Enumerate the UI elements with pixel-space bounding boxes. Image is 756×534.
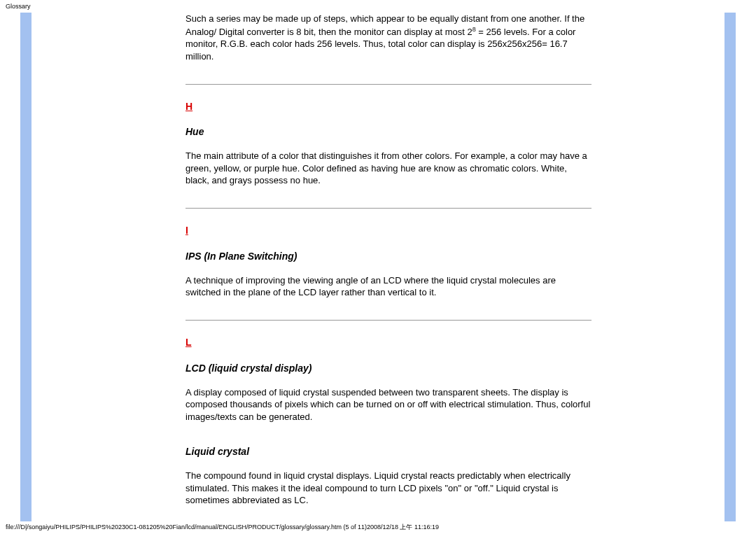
term-ips: IPS (In Plane Switching) <box>186 250 592 263</box>
page-label: Glossary <box>6 3 31 10</box>
footer-path: file:///D|/songaiyu/PHILIPS/PHILIPS%2023… <box>6 523 439 532</box>
divider <box>186 208 592 209</box>
letter-link-i[interactable]: I <box>186 224 188 237</box>
def-liquid-crystal: The compound found in liquid crystal dis… <box>186 470 592 507</box>
term-hue: Hue <box>186 125 592 139</box>
intro-paragraph: Such a series may be made up of steps, w… <box>186 13 592 63</box>
inner-page: Such a series may be made up of steps, w… <box>31 13 724 521</box>
divider <box>186 84 592 85</box>
content-column: Such a series may be made up of steps, w… <box>186 13 592 510</box>
outer-frame: Such a series may be made up of steps, w… <box>20 13 736 521</box>
def-hue: The main attribute of a color that disti… <box>186 150 592 187</box>
term-liquid-crystal: Liquid crystal <box>186 445 592 458</box>
letter-link-h[interactable]: H <box>186 100 192 113</box>
divider <box>186 320 592 321</box>
def-lcd: A display composed of liquid crystal sus… <box>186 386 592 423</box>
gap <box>186 426 592 445</box>
letter-link-l[interactable]: L <box>186 336 192 349</box>
term-lcd: LCD (liquid crystal display) <box>186 362 592 375</box>
def-ips: A technique of improving the viewing ang… <box>186 274 592 299</box>
